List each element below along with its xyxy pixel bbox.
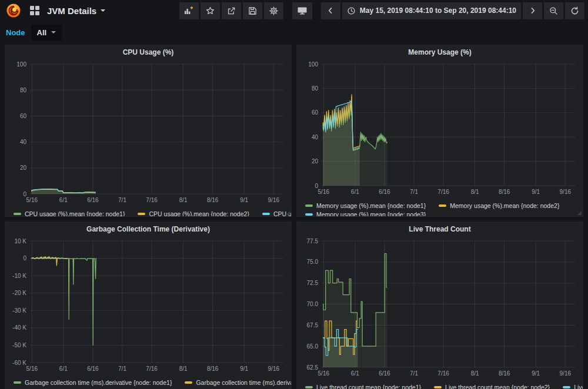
chevron-down-icon	[101, 9, 105, 12]
panel-garbage-collection-time: Garbage Collection Time (Derivative) 10 …	[5, 222, 292, 389]
legend-item[interactable]: Memory usage (%).mean {node: node1}	[305, 202, 426, 209]
dashboard-title: JVM Details	[47, 6, 96, 16]
chart-area[interactable]: 1008060402005/166/16/167/17/168/18/169/1…	[10, 59, 286, 208]
svg-text:20: 20	[20, 165, 27, 171]
svg-text:8/16: 8/16	[207, 197, 219, 203]
add-panel-button[interactable]	[179, 2, 199, 19]
svg-text:60: 60	[20, 113, 27, 119]
svg-text:65.0: 65.0	[307, 343, 319, 350]
svg-text:9/1: 9/1	[532, 370, 540, 377]
svg-text:8/1: 8/1	[471, 370, 479, 377]
svg-text:80: 80	[20, 87, 27, 93]
svg-text:5/16: 5/16	[318, 189, 330, 195]
legend-item[interactable]: Memory usage (%).mean {node: node2}	[439, 202, 559, 209]
svg-text:20: 20	[312, 158, 319, 165]
legend-label: Garbage collection time (ms).derivative …	[196, 379, 292, 386]
svg-text:6/1: 6/1	[351, 189, 359, 195]
chevron-down-icon	[51, 31, 56, 33]
series-color-icon	[305, 213, 313, 216]
svg-text:9/16: 9/16	[268, 365, 280, 372]
star-dashboard-button[interactable]	[201, 2, 220, 19]
refresh-button[interactable]	[565, 2, 584, 19]
series-color-icon	[185, 381, 192, 384]
chart-area[interactable]: 1008060402005/166/16/167/17/168/18/169/1…	[302, 59, 578, 200]
chart-legend: CPU usage (%).mean {node: node1}CPU usag…	[5, 208, 291, 217]
legend-item[interactable]: Garbage collection time (ms).derivative …	[185, 379, 292, 386]
svg-text:100: 100	[16, 61, 26, 68]
time-range-button[interactable]: May 15, 2019 08:44:10 to Sep 20, 2019 08…	[342, 2, 521, 19]
svg-text:9/1: 9/1	[532, 189, 540, 195]
svg-text:9/16: 9/16	[268, 197, 280, 203]
legend-label: CPU usage (%).mean {node: node1}	[25, 210, 125, 217]
svg-text:8/16: 8/16	[207, 365, 219, 372]
svg-text:8/16: 8/16	[499, 189, 510, 195]
panel-title[interactable]: Live Thread Count	[297, 222, 583, 236]
panel-title[interactable]: Memory Usage (%)	[297, 45, 583, 59]
series-color-icon	[434, 386, 442, 388]
chart-plot[interactable]: 1008060402005/166/16/167/17/168/18/169/1…	[10, 59, 288, 206]
chart-area[interactable]: 77.575.072.570.067.565.062.55/166/16/167…	[302, 236, 578, 381]
legend-item[interactable]: CPU usage (%).mean {node: node1}	[14, 210, 125, 217]
svg-text:62.5: 62.5	[307, 364, 319, 371]
panel-resize-handle[interactable]	[577, 211, 582, 215]
settings-gear-button[interactable]	[264, 2, 283, 19]
share-dashboard-button[interactable]	[222, 2, 241, 19]
series-color-icon	[305, 386, 313, 388]
svg-text:72.5: 72.5	[307, 280, 319, 286]
svg-text:5/16: 5/16	[26, 197, 38, 203]
panel-title[interactable]: Garbage Collection Time (Derivative)	[5, 222, 291, 236]
series-color-icon	[563, 386, 570, 388]
legend-label: Memory usage (%).mean {node: node3}	[316, 211, 426, 217]
series-line	[31, 257, 96, 346]
legend-item[interactable]: Garbage collection time (ms).derivative …	[14, 379, 172, 386]
svg-text:7/1: 7/1	[118, 197, 126, 203]
svg-text:75.0: 75.0	[307, 259, 319, 265]
svg-text:70.0: 70.0	[307, 301, 319, 307]
chart-plot[interactable]: 1008060402005/166/16/167/17/168/18/169/1…	[302, 59, 580, 197]
series-color-icon	[262, 213, 270, 215]
legend-item[interactable]: Memory usage (%).mean {node: node3}	[305, 211, 426, 217]
svg-text:6/1: 6/1	[59, 365, 68, 372]
svg-text:10 K: 10 K	[14, 238, 26, 244]
series-color-icon	[138, 213, 145, 215]
grafana-logo[interactable]	[6, 3, 21, 18]
svg-text:7/1: 7/1	[410, 370, 418, 377]
series-fill	[31, 257, 96, 346]
y-axis: 100806040200	[16, 61, 283, 197]
legend-label: Garbage collection time (ms).derivative …	[25, 379, 172, 386]
svg-text:-50 K: -50 K	[12, 342, 26, 348]
dashboard-title-dropdown[interactable]: JVM Details	[47, 6, 105, 16]
clock-icon	[347, 6, 356, 15]
svg-text:9/16: 9/16	[560, 189, 572, 195]
chart-legend: Live thread count.mean {node: node1}Live…	[297, 381, 583, 389]
legend-item[interactable]: CPU usage (%).mean {node: node2}	[138, 210, 249, 217]
svg-text:9/1: 9/1	[240, 197, 248, 203]
legend-item[interactable]: Live thread count.mean {node: node1}	[305, 384, 421, 389]
top-navbar: JVM Details	[0, 0, 588, 21]
cycle-view-mode-button[interactable]	[292, 2, 312, 19]
variable-value-dropdown[interactable]: All	[31, 25, 62, 41]
chart-area[interactable]: 10 K0-10 K-20 K-30 K-40 K-50 K-60 K5/166…	[10, 236, 286, 377]
svg-text:5/16: 5/16	[26, 365, 38, 372]
dashboard-submenu: Node All	[0, 21, 588, 43]
save-dashboard-button[interactable]	[243, 2, 262, 19]
legend-item[interactable]: Live thread count.mean {node: node2}	[434, 384, 550, 389]
panel-memory-usage: Memory Usage (%) 1008060402005/166/16/16…	[296, 45, 583, 217]
x-axis: 5/166/16/167/17/168/18/169/19/16	[26, 64, 280, 203]
series-color-icon	[305, 204, 313, 207]
chart-plot[interactable]: 10 K0-10 K-20 K-30 K-40 K-50 K-60 K5/166…	[10, 236, 288, 374]
time-back-button[interactable]	[321, 2, 340, 19]
chart-legend: Garbage collection time (ms).derivative …	[5, 377, 291, 389]
time-forward-button[interactable]	[523, 2, 542, 19]
y-axis: 10 K0-10 K-20 K-30 K-40 K-50 K-60 K	[12, 238, 283, 366]
variable-selected-value: All	[37, 28, 47, 37]
svg-text:6/1: 6/1	[351, 370, 359, 377]
zoom-out-button[interactable]	[544, 2, 563, 19]
panel-resize-handle[interactable]	[286, 211, 290, 215]
svg-text:-10 K: -10 K	[12, 273, 26, 279]
dashboards-grid-icon[interactable]	[28, 4, 41, 17]
panel-title[interactable]: CPU Usage (%)	[5, 45, 291, 59]
svg-text:0: 0	[23, 255, 26, 261]
legend-label: Live thread count.mean {node: node2}	[445, 384, 550, 389]
chart-plot[interactable]: 77.575.072.570.067.565.062.55/166/16/167…	[302, 236, 580, 379]
